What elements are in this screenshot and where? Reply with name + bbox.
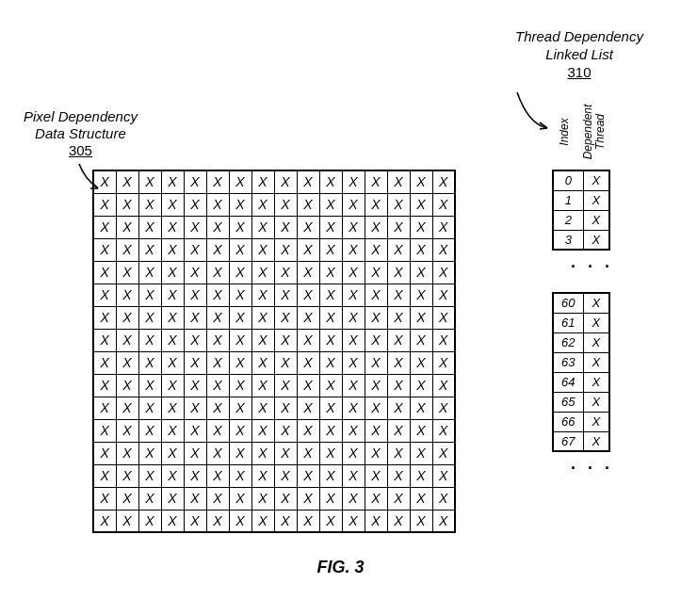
grid-cell: X: [184, 216, 206, 238]
grid-cell: X: [274, 238, 297, 261]
grid-cell: X: [251, 351, 274, 374]
grid-cell: X: [387, 216, 410, 238]
grid-cell: X: [432, 510, 455, 532]
grid-cell: X: [184, 284, 206, 306]
grid-cell: X: [410, 261, 432, 284]
grid-cell: X: [319, 419, 342, 442]
grid-cell: X: [297, 238, 319, 261]
grid-cell: X: [342, 306, 365, 329]
grid-cell: X: [229, 510, 251, 532]
grid-cell: X: [184, 464, 206, 487]
grid-cell: X: [116, 510, 138, 532]
grid-cell: X: [274, 487, 297, 510]
grid-cell: X: [251, 419, 274, 442]
grid-cell: X: [251, 397, 274, 419]
grid-cell: X: [93, 397, 116, 419]
table-cell-value: X: [583, 392, 609, 412]
left-label-line1: Pixel Dependency: [24, 108, 138, 124]
linked-list-column-headers: Index Dependent Thread: [551, 98, 608, 166]
grid-cell: X: [93, 510, 116, 532]
grid-cell: X: [116, 464, 138, 487]
grid-cell: X: [297, 193, 319, 216]
grid-cell: X: [432, 397, 455, 419]
grid-cell: X: [274, 397, 297, 419]
grid-cell: X: [274, 464, 297, 487]
grid-cell: X: [297, 510, 319, 532]
grid-cell: X: [229, 329, 251, 351]
grid-cell: X: [184, 442, 206, 464]
grid-cell: X: [229, 419, 251, 442]
grid-cell: X: [251, 374, 274, 397]
ellipsis-top: . . .: [571, 252, 613, 272]
grid-cell: X: [432, 329, 455, 351]
grid-cell: X: [116, 306, 138, 329]
grid-cell: X: [274, 170, 297, 193]
grid-cell: X: [184, 170, 206, 193]
grid-cell: X: [342, 216, 365, 238]
grid-cell: X: [206, 464, 229, 487]
grid-cell: X: [93, 306, 116, 329]
ellipsis-bottom: . . .: [571, 454, 613, 474]
grid-cell: X: [116, 170, 138, 193]
grid-cell: X: [206, 419, 229, 442]
grid-cell: X: [251, 442, 274, 464]
grid-cell: X: [206, 510, 229, 532]
table-cell-value: X: [583, 352, 609, 372]
grid-cell: X: [365, 284, 387, 306]
grid-cell: X: [161, 329, 184, 351]
grid-cell: X: [229, 261, 251, 284]
grid-cell: X: [138, 329, 161, 351]
grid-cell: X: [93, 464, 116, 487]
grid-cell: X: [184, 419, 206, 442]
grid-cell: X: [410, 306, 432, 329]
grid-cell: X: [251, 216, 274, 238]
grid-cell: X: [297, 170, 319, 193]
grid-cell: X: [206, 216, 229, 238]
grid-cell: X: [342, 442, 365, 464]
grid-cell: X: [93, 487, 116, 510]
grid-cell: X: [342, 170, 365, 193]
grid-cell: X: [297, 284, 319, 306]
grid-cell: X: [432, 216, 455, 238]
grid-cell: X: [387, 374, 410, 397]
grid-cell: X: [432, 351, 455, 374]
grid-cell: X: [206, 238, 229, 261]
grid-cell: X: [206, 351, 229, 374]
grid-cell: X: [184, 329, 206, 351]
grid-cell: X: [93, 193, 116, 216]
table-cell-index: 66: [553, 412, 583, 431]
grid-cell: X: [184, 397, 206, 419]
grid-cell: X: [138, 442, 161, 464]
grid-cell: X: [161, 238, 184, 261]
grid-cell: X: [206, 306, 229, 329]
grid-cell: X: [138, 306, 161, 329]
table-cell-value: X: [583, 190, 609, 210]
grid-cell: X: [184, 510, 206, 532]
grid-cell: X: [274, 216, 297, 238]
grid-cell: X: [206, 397, 229, 419]
grid-cell: X: [251, 487, 274, 510]
grid-cell: X: [274, 351, 297, 374]
grid-cell: X: [297, 306, 319, 329]
table-cell-index: 0: [553, 170, 583, 190]
grid-cell: X: [206, 193, 229, 216]
table-cell-index: 1: [553, 190, 583, 210]
grid-cell: X: [206, 374, 229, 397]
grid-cell: X: [93, 374, 116, 397]
grid-cell: X: [297, 419, 319, 442]
grid-cell: X: [387, 351, 410, 374]
grid-cell: X: [184, 374, 206, 397]
grid-cell: X: [432, 306, 455, 329]
grid-cell: X: [432, 442, 455, 464]
grid-cell: X: [274, 193, 297, 216]
grid-cell: X: [161, 284, 184, 306]
grid-cell: X: [432, 464, 455, 487]
grid-cell: X: [274, 284, 297, 306]
grid-cell: X: [410, 397, 432, 419]
grid-cell: X: [387, 464, 410, 487]
grid-cell: X: [274, 419, 297, 442]
table-cell-index: 64: [553, 372, 583, 392]
grid-cell: X: [410, 419, 432, 442]
table-cell-value: X: [583, 230, 609, 250]
grid-cell: X: [319, 464, 342, 487]
